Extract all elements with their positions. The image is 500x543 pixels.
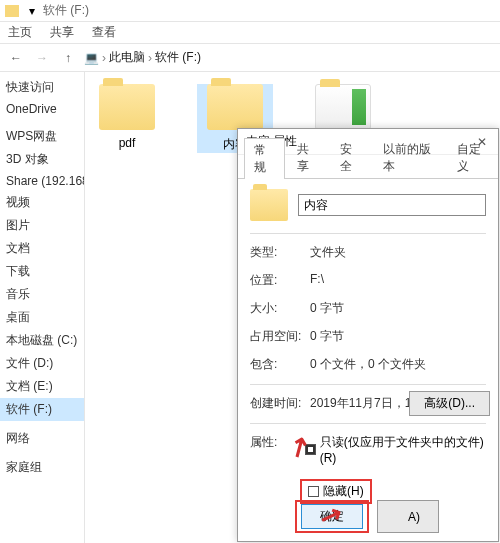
address-bar: ← → ↑ 💻 › 此电脑 › 软件 (F:) (0, 44, 500, 72)
value-disk: 0 字节 (310, 328, 344, 345)
value-size: 0 字节 (310, 300, 344, 317)
tab-sharing[interactable]: 共享 (287, 137, 328, 178)
sidebar-item-wps[interactable]: WPS网盘 (0, 125, 84, 148)
sidebar-item-3d[interactable]: 3D 对象 (0, 148, 84, 171)
sidebar-item-f[interactable]: 软件 (F:) (0, 398, 84, 421)
label-disk: 占用空间: (250, 328, 310, 345)
sidebar-item-onedrive[interactable]: OneDrive (0, 99, 84, 119)
value-type: 文件夹 (310, 244, 346, 261)
sidebar-item-quickaccess[interactable]: 快速访问 (0, 76, 84, 99)
tab-home[interactable]: 主页 (8, 24, 32, 41)
sidebar-item-d[interactable]: 文件 (D:) (0, 352, 84, 375)
pc-icon: 💻 (84, 51, 99, 65)
up-button[interactable]: ↑ (58, 48, 78, 68)
crumb-drive[interactable]: 软件 (F:) (155, 49, 201, 66)
ribbon-tabs: 主页 共享 查看 (0, 22, 500, 44)
nav-sidebar: 快速访问 OneDrive WPS网盘 3D 对象 Share (192.168… (0, 72, 85, 543)
dialog-buttons: 确定 A) (238, 500, 498, 533)
tab-share[interactable]: 共享 (50, 24, 74, 41)
tab-general[interactable]: 常规 (244, 138, 285, 179)
tab-view[interactable]: 查看 (92, 24, 116, 41)
hidden-checkbox[interactable] (308, 486, 319, 497)
readonly-checkbox[interactable]: 只读(仅应用于文件夹中的文件)(R) (305, 434, 486, 465)
label-type: 类型: (250, 244, 310, 261)
sidebar-item-downloads[interactable]: 下载 (0, 260, 84, 283)
sidebar-item-c[interactable]: 本地磁盘 (C:) (0, 329, 84, 352)
properties-dialog: 内容 属性 ✕ 常规 共享 安全 以前的版本 自定义 类型:文件夹 位置:F:\… (237, 128, 499, 542)
folder-icon (207, 84, 263, 130)
sidebar-item-video[interactable]: 视频 (0, 191, 84, 214)
tab-previous[interactable]: 以前的版本 (373, 137, 445, 178)
window-titlebar: ▾ 软件 (F:) (0, 0, 500, 22)
readonly-label: 只读(仅应用于文件夹中的文件)(R) (320, 434, 486, 465)
sidebar-item-desktop[interactable]: 桌面 (0, 306, 84, 329)
value-location: F:\ (310, 272, 324, 289)
folder-icon (315, 84, 371, 130)
label-created: 创建时间: (250, 395, 310, 412)
breadcrumb[interactable]: 💻 › 此电脑 › 软件 (F:) (84, 49, 201, 66)
name-input[interactable] (298, 194, 486, 216)
back-button[interactable]: ← (6, 48, 26, 68)
forward-button[interactable]: → (32, 48, 52, 68)
title-text: 软件 (F:) (43, 2, 89, 19)
folder-icon (250, 189, 288, 221)
apply-button[interactable]: A) (377, 500, 439, 533)
label-contains: 包含: (250, 356, 310, 373)
tab-custom[interactable]: 自定义 (447, 137, 498, 178)
dialog-tabs: 常规 共享 安全 以前的版本 自定义 (238, 155, 498, 179)
folder-icon (5, 5, 19, 17)
value-contains: 0 个文件，0 个文件夹 (310, 356, 426, 373)
crumb-root[interactable]: 此电脑 (109, 49, 145, 66)
sidebar-item-music[interactable]: 音乐 (0, 283, 84, 306)
sidebar-item-pictures[interactable]: 图片 (0, 214, 84, 237)
sidebar-item-docs[interactable]: 文档 (0, 237, 84, 260)
label-location: 位置: (250, 272, 310, 289)
menu-down-icon[interactable]: ▾ (29, 4, 35, 18)
sidebar-item-network[interactable]: 网络 (0, 427, 84, 450)
folder-label: pdf (89, 136, 165, 150)
advanced-button[interactable]: 高级(D)... (409, 391, 490, 416)
folder-icon (99, 84, 155, 130)
folder-pdf[interactable]: pdf (89, 84, 165, 150)
sidebar-item-share[interactable]: Share (192.168.1.1 (0, 171, 84, 191)
tab-security[interactable]: 安全 (330, 137, 371, 178)
sidebar-item-e[interactable]: 文档 (E:) (0, 375, 84, 398)
label-size: 大小: (250, 300, 310, 317)
sidebar-item-homegroup[interactable]: 家庭组 (0, 456, 84, 479)
